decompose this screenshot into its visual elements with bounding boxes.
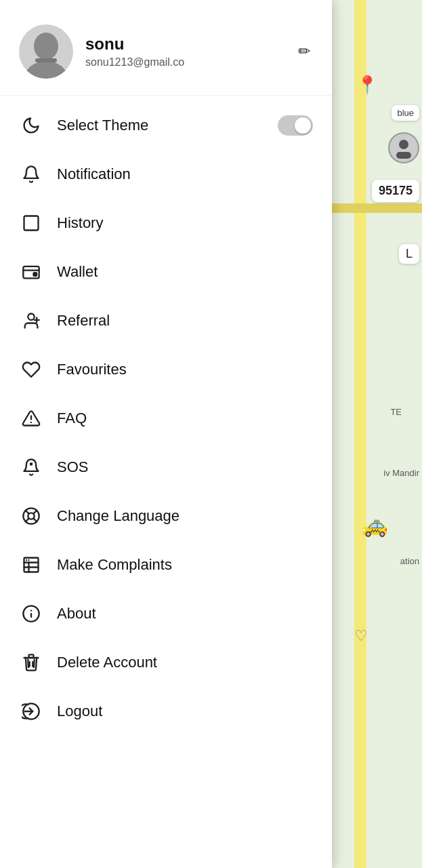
svg-point-2 <box>34 33 58 60</box>
svg-line-17 <box>26 511 29 514</box>
svg-point-14 <box>30 463 32 465</box>
profile-email: sonu1213@gmail.co <box>85 56 283 68</box>
menu-item-delete-account[interactable]: Delete Account <box>0 638 332 687</box>
side-drawer: sonu sonu1213@gmail.co ✏ Select Theme <box>0 0 332 868</box>
svg-point-0 <box>399 140 408 149</box>
menu-label-change-language: Change Language <box>57 507 313 525</box>
svg-rect-5 <box>24 216 39 231</box>
menu-label-about: About <box>57 605 313 623</box>
heart-icon <box>19 357 43 382</box>
avatar <box>19 24 73 79</box>
menu-item-select-theme[interactable]: Select Theme <box>0 101 332 150</box>
faq-icon <box>19 406 43 431</box>
moon-icon <box>19 113 43 138</box>
sos-icon <box>19 455 43 479</box>
svg-line-31 <box>28 659 28 667</box>
menu-label-notification: Notification <box>57 165 313 183</box>
map-station-text: ation <box>400 556 419 566</box>
menu-item-wallet[interactable]: Wallet <box>0 248 332 296</box>
menu-label-referral: Referral <box>57 312 313 330</box>
theme-toggle[interactable] <box>278 115 313 136</box>
menu-item-history[interactable]: History <box>0 199 332 248</box>
menu-item-referral[interactable]: Referral <box>0 296 332 345</box>
profile-name: sonu <box>85 35 283 54</box>
map-blue-badge: blue <box>392 105 419 121</box>
map-heart-icon: ♡ <box>354 627 368 645</box>
svg-rect-8 <box>34 273 37 276</box>
bell-icon <box>19 162 43 186</box>
map-driver-avatar <box>388 132 419 163</box>
svg-line-20 <box>26 518 29 521</box>
menu-item-faq[interactable]: FAQ <box>0 394 332 443</box>
menu-item-favourites[interactable]: Favourites <box>0 345 332 394</box>
referral-icon <box>19 309 43 333</box>
map-mandir-text: iv Mandir <box>383 468 419 478</box>
history-icon <box>19 211 43 235</box>
menu-item-notification[interactable]: Notification <box>0 150 332 199</box>
toggle-knob <box>295 117 311 134</box>
wallet-icon <box>19 260 43 284</box>
menu-label-faq: FAQ <box>57 410 313 427</box>
menu-label-delete-account: Delete Account <box>57 654 313 671</box>
menu-item-about[interactable]: About <box>0 589 332 638</box>
logout-icon <box>19 699 43 724</box>
svg-point-3 <box>24 61 68 79</box>
profile-section: sonu sonu1213@gmail.co ✏ <box>0 0 332 96</box>
info-icon <box>19 601 43 626</box>
complaints-icon <box>19 553 43 577</box>
menu-item-logout[interactable]: Logout <box>0 687 332 736</box>
menu-label-wallet: Wallet <box>57 263 313 281</box>
svg-rect-4 <box>35 58 57 62</box>
language-icon <box>19 504 43 528</box>
svg-rect-30 <box>29 654 34 658</box>
map-road-vertical <box>354 0 366 868</box>
menu-label-sos: SOS <box>57 458 313 476</box>
map-number-badge: 95175 <box>372 180 419 202</box>
menu-list: Select Theme Notification History <box>0 96 332 741</box>
profile-info: sonu sonu1213@gmail.co <box>85 35 283 69</box>
map-text-te: TE <box>390 407 402 417</box>
delete-icon <box>19 650 43 675</box>
menu-label-logout: Logout <box>57 703 313 720</box>
menu-label-select-theme: Select Theme <box>57 117 264 134</box>
map-text-l: L <box>399 244 419 264</box>
svg-line-32 <box>34 659 35 667</box>
svg-line-18 <box>33 518 37 521</box>
map-pin-icon: 📍 <box>356 75 378 96</box>
menu-item-change-language[interactable]: Change Language <box>0 492 332 540</box>
svg-line-19 <box>33 511 37 514</box>
svg-point-9 <box>28 314 34 320</box>
menu-label-history: History <box>57 214 313 232</box>
menu-label-favourites: Favourites <box>57 361 313 378</box>
menu-label-make-complaints: Make Complaints <box>57 556 313 574</box>
svg-rect-1 <box>396 152 411 159</box>
map-taxi-icon: 🚕 <box>361 512 388 538</box>
edit-profile-button[interactable]: ✏ <box>295 40 313 63</box>
menu-item-sos[interactable]: SOS <box>0 443 332 492</box>
menu-item-make-complaints[interactable]: Make Complaints <box>0 540 332 589</box>
